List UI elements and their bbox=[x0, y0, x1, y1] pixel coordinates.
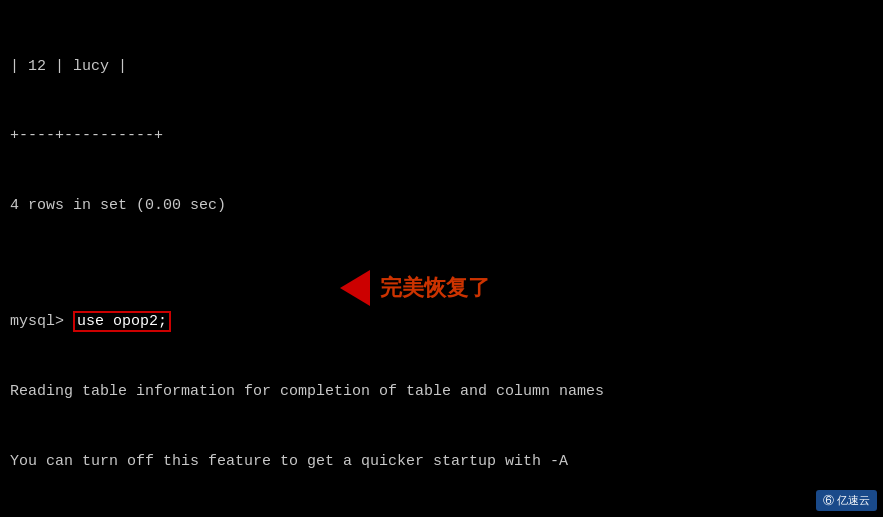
table-separator: +----+----------+ bbox=[10, 124, 873, 147]
terminal-window: | 12 | lucy | +----+----------+ 4 rows i… bbox=[0, 0, 883, 517]
command-line-use: mysql> use opop2; bbox=[10, 310, 873, 333]
annotation-container: 完美恢复了 bbox=[340, 270, 490, 306]
rows-count-1: 4 rows in set (0.00 sec) bbox=[10, 194, 873, 217]
watermark: ⑥ 亿速云 bbox=[816, 490, 877, 511]
annotation-text: 完美恢复了 bbox=[380, 273, 490, 303]
command-use-opop2: use opop2; bbox=[73, 311, 171, 332]
prompt-1: mysql> bbox=[10, 313, 73, 330]
turn-off-feature: You can turn off this feature to get a q… bbox=[10, 450, 873, 473]
table-row-12: | 12 | lucy | bbox=[10, 55, 873, 78]
reading-table-info: Reading table information for completion… bbox=[10, 380, 873, 403]
annotation-arrow bbox=[340, 270, 370, 306]
